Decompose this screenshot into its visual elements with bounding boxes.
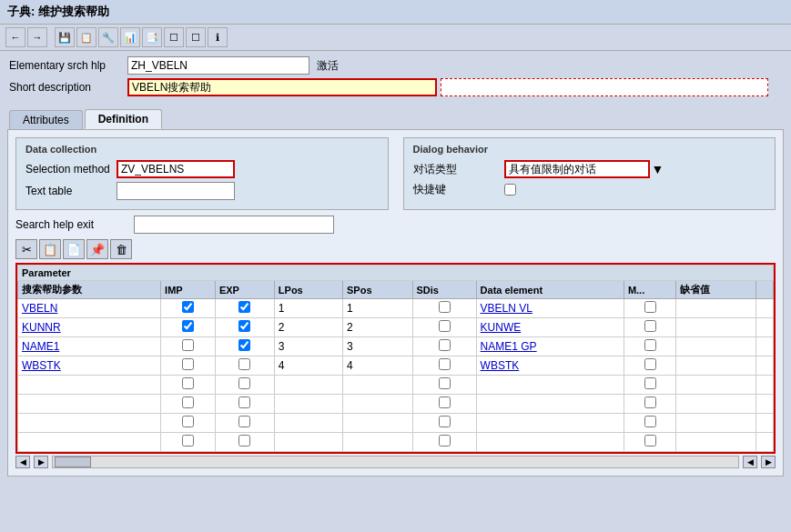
cell-lpos	[274, 414, 342, 433]
elementary-input[interactable]	[127, 56, 309, 75]
cell-data-element[interactable]: NAME1 GP	[476, 337, 624, 356]
save-button[interactable]: 💾	[55, 27, 75, 47]
elementary-row: Elementary srch hlp 激活	[9, 56, 782, 75]
cell-sdis[interactable]	[412, 433, 476, 452]
cell-m[interactable]	[624, 337, 675, 356]
cell-exp[interactable]	[215, 299, 274, 318]
dialog-behavior-box: Dialog behavior 对话类型 ▼ 快捷键	[403, 137, 776, 210]
table-row: NAME133NAME1 GP	[18, 337, 774, 356]
short-desc-row: Short description	[9, 78, 782, 96]
back-button[interactable]: ←	[5, 27, 25, 47]
info-button[interactable]: ℹ	[208, 27, 228, 47]
copy-button[interactable]: 📋	[76, 27, 96, 47]
cell-sdis[interactable]	[412, 318, 476, 337]
hotkey-row: 快捷键	[413, 182, 766, 197]
paste-button[interactable]: 📄	[63, 239, 85, 259]
short-desc-input[interactable]	[127, 78, 437, 96]
dialog-type-input[interactable]	[504, 160, 650, 178]
cell-exp[interactable]	[215, 318, 274, 337]
search-exit-label: Search help exit	[15, 218, 134, 231]
selection-method-row: Selection method	[25, 160, 379, 178]
cell-imp[interactable]	[161, 337, 216, 356]
cell-data-element[interactable]: WBSTK	[476, 356, 624, 376]
tool2-button[interactable]: 📊	[120, 27, 140, 47]
search-exit-input[interactable]	[134, 216, 334, 234]
text-table-input[interactable]	[117, 182, 235, 200]
cell-imp[interactable]	[161, 376, 216, 395]
tab-definition[interactable]: Definition	[85, 109, 162, 129]
cell-exp[interactable]	[215, 356, 274, 376]
scroll-right2[interactable]: ▶	[761, 456, 776, 468]
cell-imp[interactable]	[161, 356, 216, 376]
hotkey-checkbox[interactable]	[504, 184, 516, 196]
cell-sdis[interactable]	[412, 414, 476, 433]
cell-param[interactable]: KUNNR	[18, 318, 161, 337]
cell-imp[interactable]	[161, 414, 216, 433]
tab-attributes[interactable]: Attributes	[9, 110, 83, 129]
scroll-left[interactable]: ◀	[15, 456, 30, 468]
h-scroll-track[interactable]	[52, 456, 739, 468]
cell-m[interactable]	[624, 414, 675, 433]
selection-method-label: Selection method	[25, 163, 117, 176]
cell-exp[interactable]	[215, 376, 274, 395]
col-default: 缺省值	[676, 281, 756, 299]
text-table-label: Text table	[25, 185, 117, 197]
cell-m[interactable]	[624, 318, 675, 337]
toolbar: ← → 💾 📋 🔧 📊 📑 ☐ ☐ ℹ	[0, 25, 791, 51]
section-row: Data collection Selection method Text ta…	[15, 137, 776, 210]
cell-sdis[interactable]	[412, 337, 476, 356]
scroll-right[interactable]: ▶	[34, 456, 48, 468]
cell-m[interactable]	[624, 299, 675, 318]
h-scroll-thumb[interactable]	[55, 457, 91, 467]
tool3-button[interactable]: 📑	[142, 27, 162, 47]
cell-exp[interactable]	[215, 433, 274, 452]
tool4-button[interactable]: ☐	[164, 27, 184, 47]
tool1-button[interactable]: 🔧	[98, 27, 118, 47]
cell-exp[interactable]	[215, 414, 274, 433]
cell-spos	[343, 395, 412, 414]
col-exp: EXP	[215, 281, 274, 299]
scroll-left2[interactable]: ◀	[743, 456, 757, 468]
cell-spos: 1	[343, 299, 412, 318]
cell-imp[interactable]	[161, 433, 216, 452]
table-toolbar: ✂ 📋 📄 📌 🗑	[15, 239, 776, 259]
dialog-dropdown-icon[interactable]: ▼	[652, 162, 664, 176]
cell-extra	[756, 376, 774, 395]
cell-sdis[interactable]	[412, 376, 476, 395]
cell-param[interactable]: VBELN	[18, 299, 161, 318]
param-table: Parameter 搜索帮助参数 IMP EXP LPos SPos SDis …	[17, 265, 774, 452]
cell-m[interactable]	[624, 376, 675, 395]
cell-sdis[interactable]	[412, 299, 476, 318]
table-row: KUNNR22KUNWE	[18, 318, 774, 337]
forward-button[interactable]: →	[27, 27, 47, 47]
cell-imp[interactable]	[161, 318, 216, 337]
cut-button[interactable]: ✂	[15, 239, 37, 259]
col-m: M...	[624, 281, 675, 299]
cell-data-element[interactable]: KUNWE	[476, 318, 624, 337]
col-param: 搜索帮助参数	[18, 281, 161, 299]
cell-param[interactable]: NAME1	[18, 337, 161, 356]
delete-button[interactable]: 🗑	[110, 239, 132, 259]
cell-imp[interactable]	[161, 395, 216, 414]
cell-param	[18, 414, 161, 433]
cell-m[interactable]	[624, 395, 675, 414]
short-desc-label: Short description	[9, 81, 127, 94]
cell-sdis[interactable]	[412, 395, 476, 414]
cell-sdis[interactable]	[412, 356, 476, 376]
insert-button[interactable]: 📌	[86, 239, 108, 259]
cell-imp[interactable]	[161, 299, 216, 318]
cell-m[interactable]	[624, 433, 675, 452]
cell-extra	[756, 433, 774, 452]
tool5-button[interactable]: ☐	[186, 27, 206, 47]
cell-data-element[interactable]: VBELN VL	[476, 299, 624, 318]
cell-m[interactable]	[624, 356, 675, 376]
copy-row-button[interactable]: 📋	[39, 239, 61, 259]
group-header-cell: Parameter	[18, 266, 774, 281]
cell-param[interactable]: WBSTK	[18, 356, 161, 376]
dialog-behavior-title: Dialog behavior	[413, 144, 766, 155]
cell-exp[interactable]	[215, 337, 274, 356]
selection-method-input[interactable]	[117, 160, 235, 178]
cell-exp[interactable]	[215, 395, 274, 414]
cell-param	[18, 376, 161, 395]
h-scrollbar[interactable]: ◀ ▶ ◀ ▶	[15, 456, 776, 468]
